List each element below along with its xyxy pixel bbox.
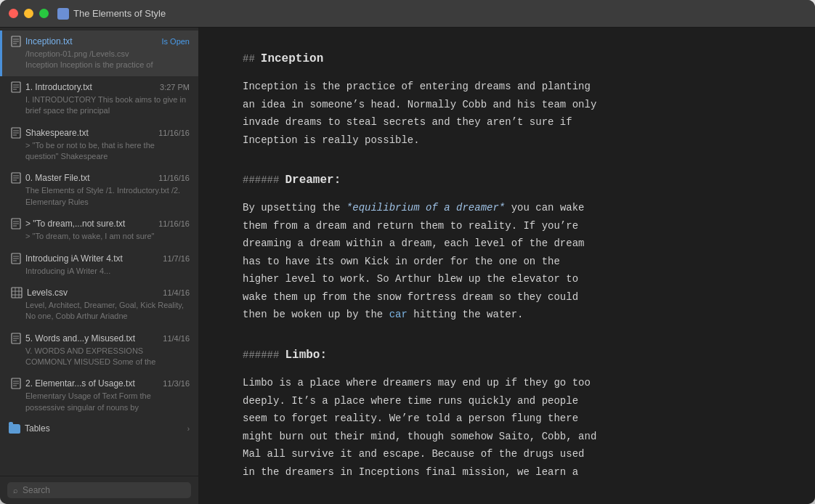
- hash-inception: ##: [243, 51, 255, 68]
- traffic-lights: [9, 9, 49, 18]
- sidebar-item-iawriter[interactable]: Introducing iA Writer 4.txt 11/7/16 Intr…: [0, 248, 198, 282]
- file-name-misused: 5. Words and...y Misused.txt: [25, 333, 135, 344]
- file-name-iawriter: Introducing iA Writer 4.txt: [25, 253, 123, 264]
- file-date-shakespeare: 11/16/16: [158, 129, 190, 137]
- search-wrapper: ⌕: [7, 482, 191, 498]
- file-icon-todream: [11, 218, 21, 229]
- sidebar-item-todream[interactable]: > "To dream,...not sure.txt 11/16/16 > "…: [0, 213, 198, 247]
- minimize-button[interactable]: [24, 9, 33, 18]
- heading-text-dreamer: Dreamer:: [285, 171, 341, 190]
- sidebar-item-elementary[interactable]: 2. Elementar...s of Usage.txt 11/3/16 El…: [0, 373, 198, 418]
- hash-dreamer: ######: [243, 172, 279, 190]
- file-preview-todream: > "To dream, to wake, I am not sure": [11, 231, 190, 242]
- body-dreamer: By upsetting the *equilibrium of a dream…: [243, 199, 771, 324]
- sidebar-item-tables[interactable]: Tables ›: [0, 418, 198, 439]
- folder-name-tables: Tables: [25, 423, 50, 434]
- file-preview-masterfile: The Elements of Style /1. Introductory.t…: [11, 185, 190, 208]
- file-name-levels: Levels.csv: [27, 288, 68, 298]
- heading-text-inception: Inception: [261, 49, 323, 69]
- folder-icon-tables: [9, 424, 20, 434]
- close-button[interactable]: [9, 9, 18, 18]
- sidebar-item-shakespeare[interactable]: Shakespeare.txt 11/16/16 > "To be or not…: [0, 122, 198, 168]
- italic-dreamer: *equilibrium of a dreamer*: [346, 202, 505, 214]
- open-badge-inception: Is Open: [161, 37, 190, 46]
- sidebar-item-introductory[interactable]: 1. Introductory.txt 3:27 PM I. INTRODUCT…: [0, 76, 198, 122]
- file-preview-levels: Level, Architect, Dreamer, Goal, Kick Re…: [11, 300, 190, 322]
- file-icon-inception: [11, 36, 21, 47]
- app-window: The Elements of Style Inception.txt Is O…: [0, 0, 815, 504]
- file-preview-iawriter: Introducing iA Writer 4...: [11, 266, 190, 277]
- file-name-todream: > "To dream,...not sure.txt: [25, 219, 125, 229]
- titlebar: The Elements of Style: [0, 0, 815, 28]
- folder-arrow-tables: ›: [187, 425, 190, 433]
- file-preview-shakespeare: > "To be or not to be, that is here the …: [11, 140, 190, 163]
- file-icon-levels: [11, 287, 23, 298]
- file-preview-inception: /Inception-01.png /Levels.csvInception I…: [11, 49, 190, 71]
- sidebar: Inception.txt Is Open /Inception-01.png …: [0, 28, 199, 504]
- file-date-elementary: 11/3/16: [163, 379, 190, 388]
- file-preview-elementary: Elementary Usage of Text Form the posses…: [11, 391, 190, 413]
- main-content: Inception.txt Is Open /Inception-01.png …: [0, 28, 815, 504]
- file-icon-introductory: [11, 81, 21, 93]
- file-date-misused: 11/4/16: [163, 334, 190, 343]
- file-name-masterfile: 0. Master File.txt: [25, 173, 90, 183]
- file-date-todream: 11/16/16: [158, 219, 190, 228]
- search-icon: ⌕: [13, 486, 18, 495]
- file-icon-elementary: [11, 378, 21, 389]
- window-title: The Elements of Style: [73, 8, 166, 19]
- file-date-iawriter: 11/7/16: [163, 254, 190, 263]
- file-preview-misused: V. WORDS AND EXPRESSIONS COMMONLY MISUSE…: [11, 346, 190, 368]
- file-name-inception: Inception.txt: [25, 36, 73, 46]
- body-inception: Inception is the practice of entering dr…: [243, 78, 771, 149]
- sidebar-item-misused[interactable]: 5. Words and...y Misused.txt 11/4/16 V. …: [0, 328, 198, 373]
- sidebar-item-levels[interactable]: Levels.csv 11/4/16 Level, Architect, Dre…: [0, 282, 198, 328]
- file-icon-iawriter: [11, 253, 21, 264]
- sidebar-item-inception[interactable]: Inception.txt Is Open /Inception-01.png …: [0, 31, 198, 76]
- heading-text-limbo: Limbo:: [285, 346, 327, 365]
- blue-word-car: car: [389, 309, 408, 320]
- file-preview-introductory: I. INTRODUCTORY This book aims to give i…: [11, 94, 190, 117]
- editor-pane[interactable]: ## Inception Inception is the practice o…: [199, 28, 815, 504]
- file-date-masterfile: 11/16/16: [158, 174, 190, 182]
- sidebar-search: ⌕: [0, 476, 198, 504]
- section-inception: ## Inception Inception is the practice o…: [243, 49, 771, 149]
- file-name-shakespeare: Shakespeare.txt: [25, 128, 89, 138]
- file-icon-masterfile: [11, 172, 21, 184]
- file-name-introductory: 1. Introductory.txt: [25, 82, 92, 92]
- section-limbo: ###### Limbo: Limbo is a place where dre…: [243, 346, 771, 481]
- file-name-elementary: 2. Elementar...s of Usage.txt: [25, 378, 135, 389]
- section-dreamer: ###### Dreamer: By upsetting the *equili…: [243, 171, 771, 324]
- heading-dreamer: ###### Dreamer:: [243, 171, 771, 190]
- file-date-levels: 11/4/16: [163, 288, 190, 297]
- body-limbo: Limbo is a place where dreamers may end …: [243, 374, 771, 481]
- heading-inception: ## Inception: [243, 49, 771, 69]
- heading-limbo: ###### Limbo:: [243, 346, 771, 365]
- sidebar-item-masterfile[interactable]: 0. Master File.txt 11/16/16 The Elements…: [0, 167, 198, 213]
- editor-content: ## Inception Inception is the practice o…: [243, 49, 771, 481]
- search-input[interactable]: [23, 485, 185, 495]
- file-icon-misused: [11, 333, 21, 344]
- file-icon-shakespeare: [11, 127, 21, 139]
- maximize-button[interactable]: [39, 9, 49, 18]
- hash-limbo: ######: [243, 347, 279, 365]
- file-list: Inception.txt Is Open /Inception-01.png …: [0, 28, 198, 476]
- file-date-introductory: 3:27 PM: [160, 83, 190, 92]
- svg-rect-24: [12, 288, 22, 298]
- app-icon: [57, 8, 69, 20]
